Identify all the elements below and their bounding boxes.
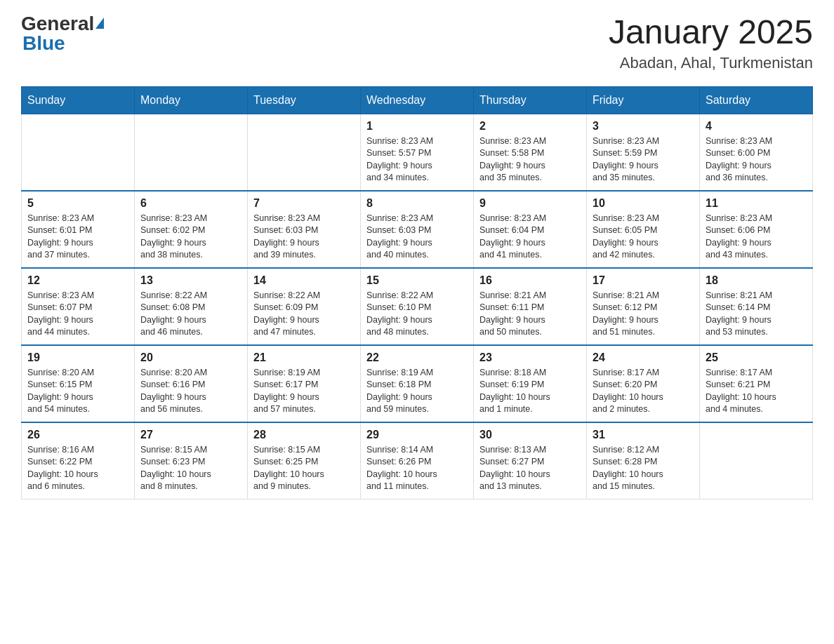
day-info: Sunrise: 8:13 AM Sunset: 6:27 PM Dayligh… [479, 444, 581, 493]
day-number: 27 [140, 429, 241, 441]
day-number: 5 [27, 197, 128, 210]
col-sunday: Sunday [22, 86, 135, 114]
table-row: 12Sunrise: 8:23 AM Sunset: 6:07 PM Dayli… [22, 268, 135, 345]
day-info: Sunrise: 8:12 AM Sunset: 6:28 PM Dayligh… [593, 444, 694, 493]
table-row: 28Sunrise: 8:15 AM Sunset: 6:25 PM Dayli… [248, 422, 361, 499]
table-row: 27Sunrise: 8:15 AM Sunset: 6:23 PM Dayli… [135, 422, 248, 499]
table-row: 23Sunrise: 8:18 AM Sunset: 6:19 PM Dayli… [474, 345, 587, 422]
table-row: 6Sunrise: 8:23 AM Sunset: 6:02 PM Daylig… [135, 191, 248, 268]
day-info: Sunrise: 8:23 AM Sunset: 6:05 PM Dayligh… [593, 213, 694, 262]
day-number: 4 [706, 120, 807, 133]
day-info: Sunrise: 8:15 AM Sunset: 6:25 PM Dayligh… [253, 444, 355, 493]
table-row: 8Sunrise: 8:23 AM Sunset: 6:03 PM Daylig… [361, 191, 474, 268]
day-number: 3 [593, 120, 694, 133]
day-number: 12 [27, 274, 128, 287]
table-row: 26Sunrise: 8:16 AM Sunset: 6:22 PM Dayli… [22, 422, 135, 499]
day-info: Sunrise: 8:19 AM Sunset: 6:18 PM Dayligh… [366, 367, 468, 416]
day-info: Sunrise: 8:21 AM Sunset: 6:11 PM Dayligh… [479, 290, 581, 339]
calendar-week-row: 1Sunrise: 8:23 AM Sunset: 5:57 PM Daylig… [22, 114, 813, 191]
col-monday: Monday [135, 86, 248, 114]
day-info: Sunrise: 8:23 AM Sunset: 6:02 PM Dayligh… [140, 213, 241, 262]
day-number: 10 [593, 197, 694, 210]
month-title: January 2025 [609, 14, 813, 51]
table-row: 16Sunrise: 8:21 AM Sunset: 6:11 PM Dayli… [474, 268, 587, 345]
title-block: January 2025 Abadan, Ahal, Turkmenistan [609, 14, 813, 72]
day-info: Sunrise: 8:23 AM Sunset: 6:00 PM Dayligh… [706, 135, 807, 185]
day-number: 9 [479, 197, 581, 210]
day-info: Sunrise: 8:23 AM Sunset: 6:03 PM Dayligh… [366, 213, 468, 262]
day-number: 31 [593, 429, 694, 441]
table-row: 22Sunrise: 8:19 AM Sunset: 6:18 PM Dayli… [361, 345, 474, 422]
day-number: 21 [253, 351, 355, 364]
day-info: Sunrise: 8:20 AM Sunset: 6:15 PM Dayligh… [27, 367, 128, 416]
col-tuesday: Tuesday [248, 86, 361, 114]
day-info: Sunrise: 8:23 AM Sunset: 6:03 PM Dayligh… [253, 213, 355, 262]
day-info: Sunrise: 8:21 AM Sunset: 6:14 PM Dayligh… [706, 290, 807, 339]
day-number: 29 [366, 429, 468, 441]
day-info: Sunrise: 8:19 AM Sunset: 6:17 PM Dayligh… [253, 367, 355, 416]
calendar-week-row: 19Sunrise: 8:20 AM Sunset: 6:15 PM Dayli… [22, 345, 813, 422]
day-info: Sunrise: 8:23 AM Sunset: 5:59 PM Dayligh… [593, 135, 694, 185]
col-wednesday: Wednesday [361, 86, 474, 114]
table-row [248, 114, 361, 191]
day-info: Sunrise: 8:14 AM Sunset: 6:26 PM Dayligh… [366, 444, 468, 493]
day-info: Sunrise: 8:16 AM Sunset: 6:22 PM Dayligh… [27, 444, 128, 493]
day-info: Sunrise: 8:18 AM Sunset: 6:19 PM Dayligh… [479, 367, 581, 416]
table-row: 29Sunrise: 8:14 AM Sunset: 6:26 PM Dayli… [361, 422, 474, 499]
day-info: Sunrise: 8:22 AM Sunset: 6:10 PM Dayligh… [366, 290, 468, 339]
location-title: Abadan, Ahal, Turkmenistan [609, 54, 813, 72]
day-info: Sunrise: 8:23 AM Sunset: 6:04 PM Dayligh… [479, 213, 581, 262]
table-row [135, 114, 248, 191]
day-number: 15 [366, 274, 468, 287]
day-number: 23 [479, 351, 581, 364]
calendar-header-row: Sunday Monday Tuesday Wednesday Thursday… [22, 86, 813, 114]
table-row: 30Sunrise: 8:13 AM Sunset: 6:27 PM Dayli… [474, 422, 587, 499]
day-info: Sunrise: 8:22 AM Sunset: 6:08 PM Dayligh… [140, 290, 241, 339]
day-number: 13 [140, 274, 241, 287]
day-info: Sunrise: 8:23 AM Sunset: 5:57 PM Dayligh… [366, 135, 468, 185]
table-row: 24Sunrise: 8:17 AM Sunset: 6:20 PM Dayli… [587, 345, 700, 422]
table-row: 4Sunrise: 8:23 AM Sunset: 6:00 PM Daylig… [700, 114, 813, 191]
table-row: 15Sunrise: 8:22 AM Sunset: 6:10 PM Dayli… [361, 268, 474, 345]
day-number: 30 [479, 429, 581, 441]
page-header: General Blue January 2025 Abadan, Ahal, … [21, 14, 813, 72]
table-row: 19Sunrise: 8:20 AM Sunset: 6:15 PM Dayli… [22, 345, 135, 422]
table-row [700, 422, 813, 499]
day-number: 1 [366, 120, 468, 133]
table-row: 14Sunrise: 8:22 AM Sunset: 6:09 PM Dayli… [248, 268, 361, 345]
day-info: Sunrise: 8:22 AM Sunset: 6:09 PM Dayligh… [253, 290, 355, 339]
logo-blue-text: Blue [22, 32, 65, 54]
day-number: 16 [479, 274, 581, 287]
day-info: Sunrise: 8:23 AM Sunset: 6:07 PM Dayligh… [27, 290, 128, 339]
calendar-table: Sunday Monday Tuesday Wednesday Thursday… [21, 86, 813, 499]
day-info: Sunrise: 8:23 AM Sunset: 6:06 PM Dayligh… [706, 213, 807, 262]
day-number: 22 [366, 351, 468, 364]
calendar-week-row: 5Sunrise: 8:23 AM Sunset: 6:01 PM Daylig… [22, 191, 813, 268]
table-row: 5Sunrise: 8:23 AM Sunset: 6:01 PM Daylig… [22, 191, 135, 268]
table-row: 31Sunrise: 8:12 AM Sunset: 6:28 PM Dayli… [587, 422, 700, 499]
day-number: 28 [253, 429, 355, 441]
day-number: 17 [593, 274, 694, 287]
table-row: 3Sunrise: 8:23 AM Sunset: 5:59 PM Daylig… [587, 114, 700, 191]
day-number: 14 [253, 274, 355, 287]
day-number: 19 [27, 351, 128, 364]
day-number: 26 [27, 429, 128, 441]
calendar-week-row: 26Sunrise: 8:16 AM Sunset: 6:22 PM Dayli… [22, 422, 813, 499]
table-row: 11Sunrise: 8:23 AM Sunset: 6:06 PM Dayli… [700, 191, 813, 268]
day-info: Sunrise: 8:23 AM Sunset: 5:58 PM Dayligh… [479, 135, 581, 185]
table-row: 17Sunrise: 8:21 AM Sunset: 6:12 PM Dayli… [587, 268, 700, 345]
day-info: Sunrise: 8:23 AM Sunset: 6:01 PM Dayligh… [27, 213, 128, 262]
col-friday: Friday [587, 86, 700, 114]
table-row [22, 114, 135, 191]
table-row: 1Sunrise: 8:23 AM Sunset: 5:57 PM Daylig… [361, 114, 474, 191]
day-info: Sunrise: 8:17 AM Sunset: 6:20 PM Dayligh… [593, 367, 694, 416]
day-number: 18 [706, 274, 807, 287]
col-thursday: Thursday [474, 86, 587, 114]
day-number: 24 [593, 351, 694, 364]
day-number: 11 [706, 197, 807, 210]
col-saturday: Saturday [700, 86, 813, 114]
table-row: 13Sunrise: 8:22 AM Sunset: 6:08 PM Dayli… [135, 268, 248, 345]
day-info: Sunrise: 8:20 AM Sunset: 6:16 PM Dayligh… [140, 367, 241, 416]
day-number: 2 [479, 120, 581, 133]
table-row: 7Sunrise: 8:23 AM Sunset: 6:03 PM Daylig… [248, 191, 361, 268]
